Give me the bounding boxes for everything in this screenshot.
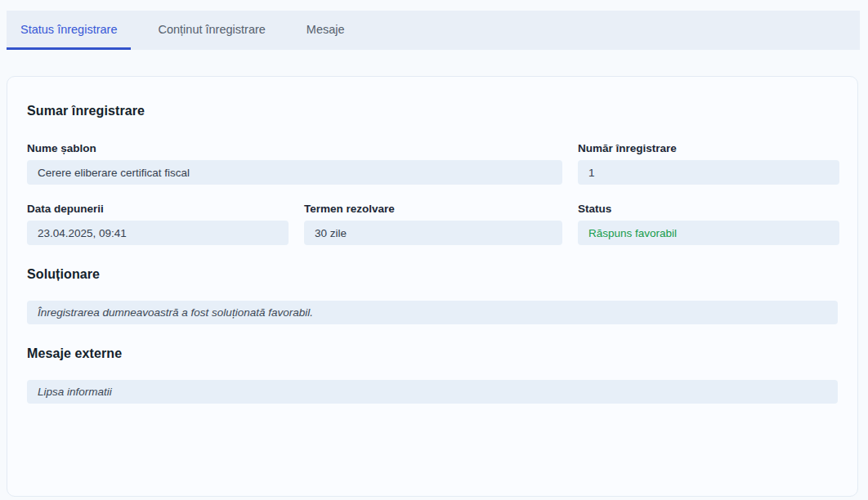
mesaje-externe-message: Lipsa informatii bbox=[27, 380, 838, 404]
field-nume-sablon: Nume șablon Cerere eliberare certificat … bbox=[27, 142, 562, 185]
field-data-depunerii: Data depunerii 23.04.2025, 09:41 bbox=[27, 203, 289, 245]
solutionare-message: Înregistrarea dumneavoastră a fost soluț… bbox=[27, 301, 838, 324]
numar-inregistrare-label: Număr înregistrare bbox=[578, 142, 839, 154]
status-label: Status bbox=[578, 203, 839, 215]
summary-row-2: Data depunerii 23.04.2025, 09:41 Termen … bbox=[27, 203, 838, 245]
termen-rezolvare-value: 30 zile bbox=[304, 221, 562, 245]
numar-inregistrare-value: 1 bbox=[578, 160, 839, 185]
nume-sablon-value: Cerere eliberare certificat fiscal bbox=[27, 160, 562, 185]
data-depunerii-value: 23.04.2025, 09:41 bbox=[27, 221, 289, 245]
nume-sablon-label: Nume șablon bbox=[27, 142, 562, 154]
termen-rezolvare-label: Termen rezolvare bbox=[304, 203, 562, 215]
tab-continut-inregistrare[interactable]: Conținut înregistrare bbox=[144, 11, 279, 50]
summary-row-1: Nume șablon Cerere eliberare certificat … bbox=[27, 142, 838, 185]
tab-status-inregistrare[interactable]: Status înregistrare bbox=[7, 11, 131, 50]
registration-summary-card: Sumar înregistrare Nume șablon Cerere el… bbox=[7, 76, 858, 497]
field-status: Status Răspuns favorabil bbox=[578, 203, 839, 245]
tab-mesaje[interactable]: Mesaje bbox=[293, 11, 359, 50]
data-depunerii-label: Data depunerii bbox=[27, 203, 289, 215]
status-value-badge: Răspuns favorabil bbox=[578, 221, 839, 245]
summary-title: Sumar înregistrare bbox=[27, 104, 838, 118]
solutionare-title: Soluționare bbox=[27, 267, 838, 282]
registration-tab-bar: Status înregistrare Conținut înregistrar… bbox=[7, 11, 860, 50]
mesaje-externe-title: Mesaje externe bbox=[27, 346, 838, 361]
field-termen-rezolvare: Termen rezolvare 30 zile bbox=[304, 203, 562, 245]
field-numar-inregistrare: Număr înregistrare 1 bbox=[578, 142, 839, 185]
